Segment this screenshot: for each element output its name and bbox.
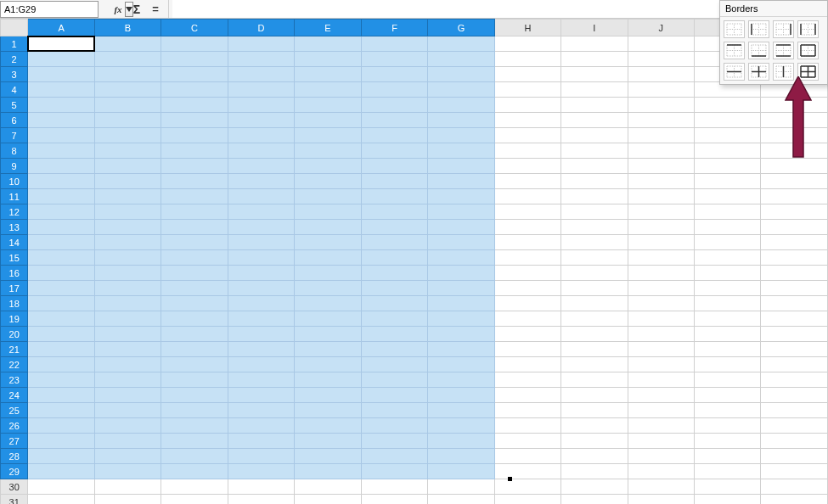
cell[interactable]: [28, 204, 94, 220]
cell[interactable]: [161, 311, 228, 327]
cell[interactable]: [494, 388, 561, 403]
cell[interactable]: [694, 143, 760, 159]
row-header[interactable]: 6: [1, 113, 28, 128]
cell[interactable]: [561, 82, 628, 98]
cell[interactable]: [94, 82, 161, 98]
cell[interactable]: [361, 418, 427, 434]
cell[interactable]: [28, 113, 94, 128]
cell[interactable]: [694, 235, 760, 250]
cell[interactable]: [94, 403, 161, 418]
cell[interactable]: [161, 296, 228, 311]
cell[interactable]: [295, 204, 361, 220]
cell[interactable]: [428, 128, 495, 143]
cell[interactable]: [295, 281, 361, 296]
cell[interactable]: [428, 418, 495, 434]
cell[interactable]: [694, 113, 760, 128]
column-header[interactable]: F: [361, 20, 427, 36]
cell[interactable]: [694, 281, 760, 296]
border-left-right-button[interactable]: [797, 20, 819, 38]
cell[interactable]: [761, 449, 828, 464]
cell[interactable]: [28, 495, 94, 505]
cell[interactable]: [628, 434, 694, 449]
cell[interactable]: [161, 159, 228, 174]
function-wizard-icon[interactable]: fx: [110, 2, 126, 17]
cell[interactable]: [161, 495, 228, 505]
cell[interactable]: [28, 250, 94, 266]
cell[interactable]: [694, 372, 760, 388]
cell[interactable]: [161, 388, 228, 403]
cell[interactable]: [628, 479, 694, 495]
cell[interactable]: [761, 296, 828, 311]
cell[interactable]: [694, 403, 760, 418]
cell[interactable]: [228, 113, 295, 128]
cell[interactable]: [94, 495, 161, 505]
cell[interactable]: [361, 372, 427, 388]
cell[interactable]: [94, 479, 161, 495]
cell[interactable]: [28, 281, 94, 296]
cell[interactable]: [561, 281, 628, 296]
border-vertical-button[interactable]: [773, 63, 794, 81]
cell[interactable]: [761, 189, 828, 204]
row-header[interactable]: 23: [1, 372, 28, 388]
cell[interactable]: [361, 281, 427, 296]
cell[interactable]: [494, 204, 561, 220]
cell[interactable]: [561, 174, 628, 189]
cell[interactable]: [228, 311, 295, 327]
cell[interactable]: [761, 143, 828, 159]
row-header[interactable]: 27: [1, 434, 28, 449]
row-header[interactable]: 3: [1, 67, 28, 82]
cell[interactable]: [295, 434, 361, 449]
cell[interactable]: [561, 311, 628, 327]
cell[interactable]: [361, 113, 427, 128]
cell[interactable]: [761, 204, 828, 220]
cell[interactable]: [228, 372, 295, 388]
cell[interactable]: [694, 204, 760, 220]
cell[interactable]: [28, 82, 94, 98]
cell[interactable]: [228, 434, 295, 449]
cell[interactable]: [94, 311, 161, 327]
cell[interactable]: [94, 113, 161, 128]
cell[interactable]: [428, 388, 495, 403]
cell[interactable]: [561, 98, 628, 113]
row-header[interactable]: 26: [1, 418, 28, 434]
cell[interactable]: [761, 388, 828, 403]
cell[interactable]: [295, 189, 361, 204]
cell[interactable]: [494, 281, 561, 296]
cell[interactable]: [628, 52, 694, 67]
cell[interactable]: [428, 220, 495, 235]
cell[interactable]: [428, 82, 495, 98]
row-header[interactable]: 22: [1, 357, 28, 372]
cell[interactable]: [161, 189, 228, 204]
cell[interactable]: [228, 250, 295, 266]
cell[interactable]: [361, 449, 427, 464]
cell[interactable]: [628, 159, 694, 174]
cell[interactable]: [161, 281, 228, 296]
cell[interactable]: [161, 36, 228, 52]
cell[interactable]: [28, 357, 94, 372]
cell[interactable]: [161, 372, 228, 388]
cell[interactable]: [561, 418, 628, 434]
cell[interactable]: [494, 174, 561, 189]
border-left-button[interactable]: [748, 20, 769, 38]
cell[interactable]: [94, 357, 161, 372]
cell[interactable]: [428, 449, 495, 464]
cell[interactable]: [161, 403, 228, 418]
cell[interactable]: [94, 204, 161, 220]
cell[interactable]: [628, 266, 694, 281]
cell[interactable]: [428, 189, 495, 204]
cell[interactable]: [561, 235, 628, 250]
cell[interactable]: [228, 159, 295, 174]
cell[interactable]: [561, 36, 628, 52]
cell[interactable]: [428, 143, 495, 159]
cell[interactable]: [761, 235, 828, 250]
cell[interactable]: [561, 357, 628, 372]
cell[interactable]: [428, 403, 495, 418]
row-header[interactable]: 12: [1, 204, 28, 220]
name-box-input[interactable]: [1, 4, 125, 14]
cell[interactable]: [428, 266, 495, 281]
cell[interactable]: [161, 342, 228, 357]
cell[interactable]: [428, 250, 495, 266]
column-header[interactable]: B: [94, 20, 161, 36]
cell[interactable]: [694, 250, 760, 266]
cell[interactable]: [295, 266, 361, 281]
